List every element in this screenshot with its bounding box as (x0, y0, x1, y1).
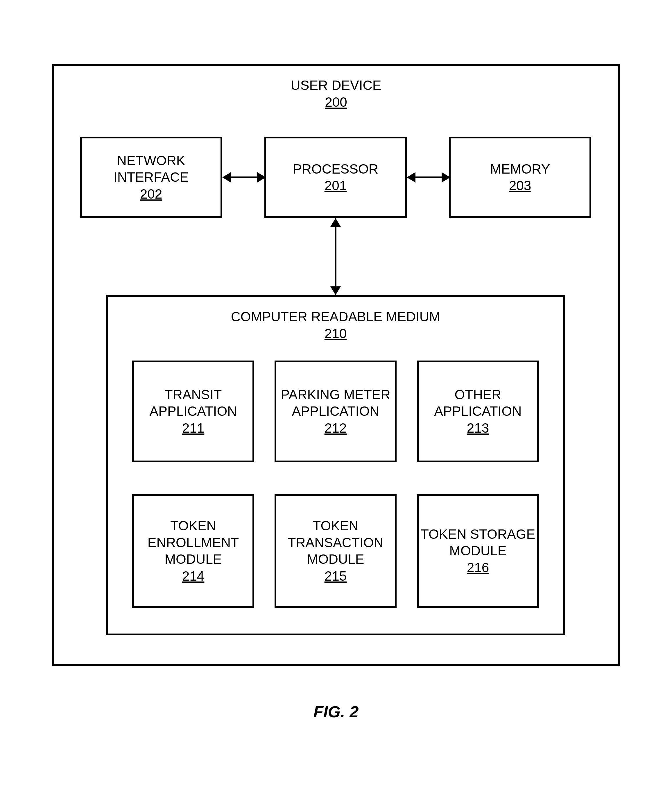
other-app-box: OTHER APPLICATION 213 (417, 361, 539, 462)
arrow-ni-proc-left (222, 172, 231, 183)
user-device-ref: 200 (52, 94, 620, 111)
token-enroll-label3: MODULE (165, 551, 222, 568)
memory-box: MEMORY 203 (449, 137, 591, 218)
transit-app-ref: 211 (182, 420, 205, 437)
token-trans-ref: 215 (325, 568, 347, 585)
figure-label: FIG. 2 (52, 702, 620, 721)
token-enroll-box: TOKEN ENROLLMENT MODULE 214 (132, 494, 254, 608)
transit-app-box: TRANSIT APPLICATION 211 (132, 361, 254, 462)
processor-box: PROCESSOR 201 (264, 137, 407, 218)
crm-label: COMPUTER READABLE MEDIUM (231, 308, 440, 325)
parking-app-ref: 212 (325, 420, 347, 437)
network-interface-label2: INTERFACE (114, 169, 189, 186)
token-trans-label1: TOKEN (313, 518, 358, 534)
parking-app-label2: APPLICATION (292, 403, 379, 420)
crm-ref: 210 (325, 325, 347, 342)
token-enroll-label1: TOKEN (170, 518, 216, 534)
token-storage-box: TOKEN STORAGE MODULE 216 (417, 494, 539, 608)
network-interface-label1: NETWORK (117, 152, 185, 169)
arrow-proc-crm-down (330, 286, 341, 295)
arrow-proc-mem-right (442, 172, 450, 183)
other-app-label2: APPLICATION (434, 403, 522, 420)
processor-label: PROCESSOR (293, 161, 378, 178)
other-app-ref: 213 (467, 420, 489, 437)
arrow-ni-proc-line (228, 176, 260, 178)
user-device-label: USER DEVICE (52, 77, 620, 94)
parking-app-box: PARKING METER APPLICATION 212 (275, 361, 397, 462)
token-enroll-label2: ENROLLMENT (147, 534, 239, 551)
arrow-proc-mem-left (407, 172, 416, 183)
parking-app-label1: PARKING METER (281, 386, 390, 403)
user-device-title: USER DEVICE 200 (52, 77, 620, 111)
memory-ref: 203 (509, 177, 531, 194)
token-storage-label1: TOKEN STORAGE (421, 526, 536, 543)
arrow-proc-crm-up (330, 218, 341, 227)
processor-ref: 201 (325, 177, 347, 194)
network-interface-box: NETWORK INTERFACE 202 (80, 137, 222, 218)
transit-app-label1: TRANSIT (165, 386, 222, 403)
token-storage-label2: MODULE (450, 542, 507, 560)
token-trans-label3: MODULE (307, 551, 364, 568)
token-storage-ref: 216 (467, 560, 489, 576)
arrow-ni-proc-right (257, 172, 266, 183)
arrow-proc-crm-line (335, 224, 336, 289)
memory-label: MEMORY (490, 161, 550, 178)
other-app-label1: OTHER (455, 386, 501, 403)
transit-app-label2: APPLICATION (150, 403, 237, 420)
token-trans-label2: TRANSACTION (288, 534, 384, 551)
network-interface-ref: 202 (140, 186, 162, 203)
diagram-canvas: USER DEVICE 200 NETWORK INTERFACE 202 PR… (52, 64, 620, 728)
token-enroll-ref: 214 (182, 568, 205, 585)
arrow-proc-mem-line (413, 176, 445, 178)
token-trans-box: TOKEN TRANSACTION MODULE 215 (275, 494, 397, 608)
